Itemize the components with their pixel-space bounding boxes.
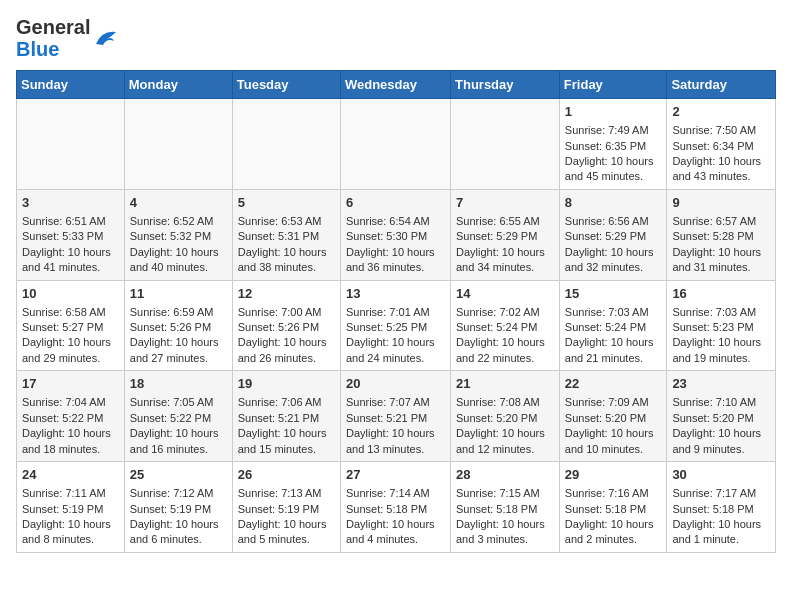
calendar-cell: 3Sunrise: 6:51 AMSunset: 5:33 PMDaylight… xyxy=(17,189,125,280)
day-info: Sunset: 5:25 PM xyxy=(346,320,445,335)
logo-text: General Blue xyxy=(16,16,90,60)
day-number: 2 xyxy=(672,103,770,121)
day-info: Sunrise: 7:05 AM xyxy=(130,395,227,410)
week-row-0: 1Sunrise: 7:49 AMSunset: 6:35 PMDaylight… xyxy=(17,99,776,190)
day-info: Daylight: 10 hours and 13 minutes. xyxy=(346,426,445,457)
calendar-cell: 13Sunrise: 7:01 AMSunset: 5:25 PMDayligh… xyxy=(340,280,450,371)
calendar-cell: 30Sunrise: 7:17 AMSunset: 5:18 PMDayligh… xyxy=(667,462,776,553)
day-info: Sunset: 5:18 PM xyxy=(456,502,554,517)
day-info: Sunset: 5:24 PM xyxy=(565,320,662,335)
day-number: 14 xyxy=(456,285,554,303)
day-info: Sunrise: 6:56 AM xyxy=(565,214,662,229)
day-info: Sunrise: 7:04 AM xyxy=(22,395,119,410)
day-info: Sunset: 5:18 PM xyxy=(565,502,662,517)
weekday-header-row: SundayMondayTuesdayWednesdayThursdayFrid… xyxy=(17,71,776,99)
day-info: Sunset: 6:35 PM xyxy=(565,139,662,154)
day-number: 20 xyxy=(346,375,445,393)
calendar-cell: 16Sunrise: 7:03 AMSunset: 5:23 PMDayligh… xyxy=(667,280,776,371)
calendar-cell xyxy=(451,99,560,190)
day-number: 25 xyxy=(130,466,227,484)
day-number: 13 xyxy=(346,285,445,303)
day-info: Sunrise: 7:03 AM xyxy=(672,305,770,320)
day-info: Daylight: 10 hours and 34 minutes. xyxy=(456,245,554,276)
day-info: Daylight: 10 hours and 5 minutes. xyxy=(238,517,335,548)
day-info: Daylight: 10 hours and 19 minutes. xyxy=(672,335,770,366)
day-info: Sunrise: 7:12 AM xyxy=(130,486,227,501)
calendar-cell: 14Sunrise: 7:02 AMSunset: 5:24 PMDayligh… xyxy=(451,280,560,371)
day-info: Sunrise: 7:16 AM xyxy=(565,486,662,501)
day-info: Daylight: 10 hours and 27 minutes. xyxy=(130,335,227,366)
day-info: Sunset: 5:32 PM xyxy=(130,229,227,244)
day-number: 11 xyxy=(130,285,227,303)
day-info: Sunrise: 6:57 AM xyxy=(672,214,770,229)
logo-bird-icon xyxy=(92,26,120,50)
calendar-cell xyxy=(124,99,232,190)
day-info: Sunrise: 7:13 AM xyxy=(238,486,335,501)
day-info: Daylight: 10 hours and 43 minutes. xyxy=(672,154,770,185)
calendar-cell: 11Sunrise: 6:59 AMSunset: 5:26 PMDayligh… xyxy=(124,280,232,371)
week-row-1: 3Sunrise: 6:51 AMSunset: 5:33 PMDaylight… xyxy=(17,189,776,280)
calendar-cell: 1Sunrise: 7:49 AMSunset: 6:35 PMDaylight… xyxy=(559,99,667,190)
calendar-cell: 9Sunrise: 6:57 AMSunset: 5:28 PMDaylight… xyxy=(667,189,776,280)
calendar-cell xyxy=(340,99,450,190)
day-info: Daylight: 10 hours and 1 minute. xyxy=(672,517,770,548)
day-number: 30 xyxy=(672,466,770,484)
day-info: Sunrise: 6:51 AM xyxy=(22,214,119,229)
day-info: Sunset: 5:31 PM xyxy=(238,229,335,244)
week-row-4: 24Sunrise: 7:11 AMSunset: 5:19 PMDayligh… xyxy=(17,462,776,553)
day-info: Sunset: 5:26 PM xyxy=(238,320,335,335)
calendar-cell: 26Sunrise: 7:13 AMSunset: 5:19 PMDayligh… xyxy=(232,462,340,553)
calendar-cell: 19Sunrise: 7:06 AMSunset: 5:21 PMDayligh… xyxy=(232,371,340,462)
day-number: 10 xyxy=(22,285,119,303)
day-info: Daylight: 10 hours and 38 minutes. xyxy=(238,245,335,276)
calendar-cell: 24Sunrise: 7:11 AMSunset: 5:19 PMDayligh… xyxy=(17,462,125,553)
day-info: Sunset: 5:22 PM xyxy=(130,411,227,426)
calendar-cell: 28Sunrise: 7:15 AMSunset: 5:18 PMDayligh… xyxy=(451,462,560,553)
day-number: 24 xyxy=(22,466,119,484)
day-number: 7 xyxy=(456,194,554,212)
day-info: Sunrise: 7:03 AM xyxy=(565,305,662,320)
day-info: Sunset: 5:26 PM xyxy=(130,320,227,335)
calendar-cell: 6Sunrise: 6:54 AMSunset: 5:30 PMDaylight… xyxy=(340,189,450,280)
calendar-cell: 10Sunrise: 6:58 AMSunset: 5:27 PMDayligh… xyxy=(17,280,125,371)
day-info: Daylight: 10 hours and 10 minutes. xyxy=(565,426,662,457)
calendar-cell: 2Sunrise: 7:50 AMSunset: 6:34 PMDaylight… xyxy=(667,99,776,190)
day-info: Sunrise: 6:54 AM xyxy=(346,214,445,229)
day-info: Sunset: 6:34 PM xyxy=(672,139,770,154)
logo-container: General Blue xyxy=(16,16,120,60)
calendar-cell: 15Sunrise: 7:03 AMSunset: 5:24 PMDayligh… xyxy=(559,280,667,371)
day-info: Daylight: 10 hours and 3 minutes. xyxy=(456,517,554,548)
day-info: Daylight: 10 hours and 6 minutes. xyxy=(130,517,227,548)
day-info: Sunset: 5:24 PM xyxy=(456,320,554,335)
calendar-cell: 22Sunrise: 7:09 AMSunset: 5:20 PMDayligh… xyxy=(559,371,667,462)
day-number: 1 xyxy=(565,103,662,121)
day-info: Daylight: 10 hours and 12 minutes. xyxy=(456,426,554,457)
day-info: Sunrise: 7:17 AM xyxy=(672,486,770,501)
day-number: 21 xyxy=(456,375,554,393)
day-info: Sunrise: 7:02 AM xyxy=(456,305,554,320)
weekday-header-wednesday: Wednesday xyxy=(340,71,450,99)
day-info: Sunset: 5:23 PM xyxy=(672,320,770,335)
day-info: Sunset: 5:29 PM xyxy=(565,229,662,244)
day-info: Sunset: 5:18 PM xyxy=(672,502,770,517)
day-info: Daylight: 10 hours and 8 minutes. xyxy=(22,517,119,548)
day-info: Sunrise: 7:00 AM xyxy=(238,305,335,320)
calendar-cell: 27Sunrise: 7:14 AMSunset: 5:18 PMDayligh… xyxy=(340,462,450,553)
day-info: Sunset: 5:33 PM xyxy=(22,229,119,244)
day-info: Sunset: 5:20 PM xyxy=(672,411,770,426)
day-info: Daylight: 10 hours and 4 minutes. xyxy=(346,517,445,548)
weekday-header-monday: Monday xyxy=(124,71,232,99)
day-info: Sunset: 5:20 PM xyxy=(565,411,662,426)
day-number: 9 xyxy=(672,194,770,212)
day-number: 26 xyxy=(238,466,335,484)
day-info: Sunrise: 6:53 AM xyxy=(238,214,335,229)
day-number: 27 xyxy=(346,466,445,484)
calendar-cell: 25Sunrise: 7:12 AMSunset: 5:19 PMDayligh… xyxy=(124,462,232,553)
day-info: Sunset: 5:28 PM xyxy=(672,229,770,244)
day-info: Sunrise: 6:58 AM xyxy=(22,305,119,320)
day-info: Sunset: 5:19 PM xyxy=(238,502,335,517)
day-info: Daylight: 10 hours and 24 minutes. xyxy=(346,335,445,366)
calendar-cell: 7Sunrise: 6:55 AMSunset: 5:29 PMDaylight… xyxy=(451,189,560,280)
day-number: 29 xyxy=(565,466,662,484)
day-info: Sunrise: 7:06 AM xyxy=(238,395,335,410)
